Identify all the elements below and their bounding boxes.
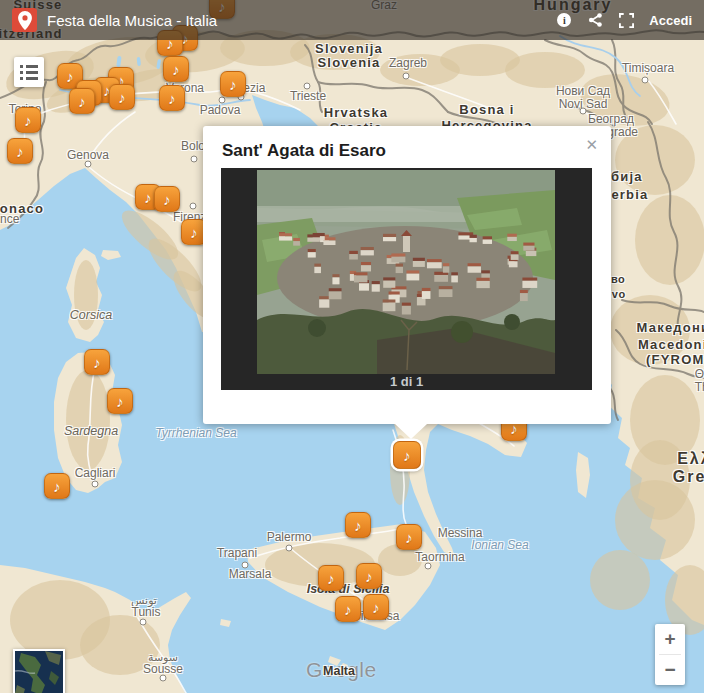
music-marker[interactable]: ♪	[159, 85, 185, 111]
music-note-icon: ♪	[172, 62, 180, 77]
close-icon[interactable]: ✕	[585, 136, 598, 154]
map-label: Нови Сад	[556, 84, 610, 98]
music-note-icon: ♪	[354, 518, 362, 533]
town-dot	[190, 203, 197, 210]
music-note-icon: ♪	[116, 394, 124, 409]
map-label: Ελλάδα	[677, 450, 704, 468]
music-marker[interactable]: ♪	[318, 565, 344, 591]
map-label: Padova	[200, 103, 241, 117]
place-photo[interactable]	[257, 170, 555, 374]
town-dot	[304, 83, 311, 90]
music-note-icon: ♪	[66, 69, 74, 84]
map-label: Corsica	[70, 308, 112, 322]
map-label: Provence	[0, 212, 19, 226]
zoom-out-button[interactable]: −	[655, 655, 685, 685]
my-maps-logo-icon[interactable]	[12, 8, 37, 32]
info-icon[interactable]: i	[556, 12, 572, 28]
music-marker[interactable]: ♪	[15, 107, 41, 133]
map-title-bar: Festa della Musica - Italia i Accedi	[0, 0, 704, 40]
town-dot	[580, 108, 587, 115]
map-canvas[interactable]: SuisseSwitzerlandGrazHungarySlovenijaSlo…	[0, 0, 704, 693]
town-dot	[403, 73, 410, 80]
town-dot	[642, 77, 649, 84]
music-note-icon: ♪	[53, 479, 61, 494]
music-marker[interactable]: ♪	[84, 349, 110, 375]
map-label: Marsala	[229, 567, 272, 581]
music-note-icon: ♪	[24, 113, 32, 128]
map-label: Tunis	[132, 605, 161, 619]
music-note-icon: ♪	[403, 448, 411, 463]
map-label: Taormina	[415, 550, 464, 564]
map-label: Slovenia	[317, 55, 380, 70]
map-label: Palermo	[267, 530, 312, 544]
map-label: Timișoara	[622, 61, 674, 75]
music-marker[interactable]: ♪	[44, 473, 70, 499]
town-dot	[286, 545, 293, 552]
music-note-icon: ♪	[78, 94, 86, 109]
info-window: Sant' Agata di Esaro ✕	[203, 126, 611, 424]
music-note-icon: ♪	[229, 77, 237, 92]
music-note-icon: ♪	[118, 90, 126, 105]
music-marker[interactable]: ♪	[363, 594, 389, 620]
popup-title: Sant' Agata di Esaro	[222, 141, 386, 161]
legend-toggle-button[interactable]	[14, 57, 44, 87]
music-note-icon: ♪	[16, 144, 24, 159]
map-label: Trieste	[290, 89, 326, 103]
map-title: Festa della Musica - Italia	[47, 12, 556, 29]
music-marker[interactable]: ♪	[7, 138, 33, 164]
music-note-icon: ♪	[327, 571, 335, 586]
map-label: Macedonia	[638, 337, 704, 352]
music-note-icon: ♪	[144, 190, 152, 205]
music-marker[interactable]: ♪	[163, 56, 189, 82]
town-dot	[425, 563, 432, 570]
map-label: Ionian Sea	[471, 538, 528, 552]
map-label: Θεσσαλονίκη	[695, 367, 704, 381]
map-label: (FYROM)	[646, 352, 704, 367]
map-label: Slovenija	[315, 41, 383, 56]
map-label: Tyrrhenian Sea	[155, 426, 236, 440]
music-marker[interactable]: ♪	[154, 186, 180, 212]
list-icon	[20, 65, 38, 80]
zoom-in-button[interactable]: +	[655, 624, 685, 654]
music-marker[interactable]: ♪	[356, 563, 382, 589]
map-label: Zagreb	[389, 56, 427, 70]
music-marker[interactable]: ♪	[335, 596, 361, 622]
music-note-icon: ♪	[372, 600, 380, 615]
town-dot	[85, 161, 92, 168]
music-marker[interactable]: ♪	[69, 88, 95, 114]
music-marker-selected[interactable]: ♪	[393, 441, 421, 469]
music-note-icon: ♪	[344, 602, 352, 617]
music-note-icon: ♪	[168, 91, 176, 106]
map-label: Greece	[673, 468, 704, 486]
sign-in-button[interactable]: Accedi	[649, 13, 692, 28]
fullscreen-icon[interactable]	[618, 12, 634, 28]
music-marker[interactable]: ♪	[396, 524, 422, 550]
music-note-icon: ♪	[190, 225, 198, 240]
share-icon[interactable]	[587, 12, 603, 28]
town-dot	[242, 562, 249, 569]
photo-counter: 1 di 1	[221, 374, 592, 389]
map-label: Bosna i	[459, 102, 514, 117]
music-marker[interactable]: ♪	[107, 388, 133, 414]
map-label: Sardegna	[64, 424, 118, 438]
music-marker[interactable]: ♪	[345, 512, 371, 538]
music-note-icon: ♪	[93, 355, 101, 370]
music-note-icon: ♪	[365, 569, 373, 584]
town-dot	[191, 156, 198, 163]
satellite-view-toggle[interactable]	[13, 649, 65, 693]
zoom-controls: + −	[655, 624, 685, 685]
music-marker[interactable]: ♪	[109, 84, 135, 110]
town-dot	[219, 97, 226, 104]
map-label: Trapani	[217, 546, 257, 560]
map-label: Cagliari	[75, 466, 116, 480]
town-dot	[160, 675, 167, 682]
map-label: Београд	[588, 112, 634, 126]
music-marker[interactable]: ♪	[220, 71, 246, 97]
photo-strip: 1 di 1	[221, 168, 592, 390]
map-label: Malta	[323, 664, 355, 678]
town-dot	[140, 619, 147, 626]
map-label: Messina	[438, 526, 483, 540]
music-note-icon: ♪	[163, 192, 171, 207]
map-label: Thessaloniki	[695, 380, 704, 394]
map-label: Hrvatska	[324, 105, 389, 120]
